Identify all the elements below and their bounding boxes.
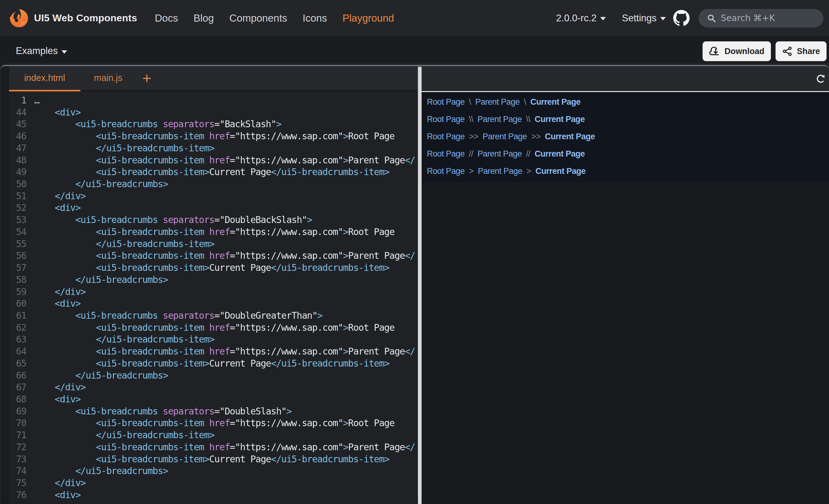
code-line-text: <ui5-breadcrumbs-item href="https://www.… bbox=[26, 154, 415, 166]
breadcrumb-link[interactable]: Parent Page bbox=[477, 149, 522, 159]
code-token bbox=[34, 418, 96, 428]
settings-label: Settings bbox=[622, 13, 656, 24]
code-line: 59 </div> bbox=[9, 286, 415, 298]
line-number: 73 bbox=[9, 453, 26, 465]
code-token bbox=[34, 394, 55, 404]
share-button[interactable]: Share bbox=[776, 41, 827, 61]
breadcrumb-link[interactable]: Root Page bbox=[427, 132, 465, 142]
download-icon bbox=[709, 46, 720, 56]
code-token: <ui5-breadcrumbs-item bbox=[96, 322, 204, 333]
refresh-icon[interactable] bbox=[816, 74, 825, 83]
code-line-text: </ui5-breadcrumbs> bbox=[26, 370, 168, 382]
code-token bbox=[34, 238, 96, 249]
tab-main-js[interactable]: main.js bbox=[80, 66, 136, 90]
main-content: index.html main.js + 1…44 <div>45 <ui5-b… bbox=[1, 66, 829, 504]
code-token: <ui5-breadcrumbs-item bbox=[96, 441, 204, 453]
code-token: separators bbox=[163, 214, 215, 225]
code-line: 44 <div> bbox=[9, 107, 415, 119]
code-line: 55 </ui5-breadcrumbs-item> bbox=[9, 238, 415, 250]
breadcrumbs: Root Page \ Parent Page \ Current Page bbox=[427, 96, 829, 108]
code-token bbox=[34, 262, 96, 273]
breadcrumb-link[interactable]: Parent Page bbox=[478, 166, 522, 176]
pane-splitter[interactable] bbox=[418, 67, 422, 504]
code-line: 50 </ui5-breadcrumbs> bbox=[9, 178, 415, 190]
breadcrumb-link[interactable]: Parent Page bbox=[482, 132, 527, 142]
nav-item-playground[interactable]: Playground bbox=[343, 12, 394, 24]
breadcrumb-link[interactable]: Root Page bbox=[427, 149, 465, 159]
code-token: ="DoubleSlash" bbox=[214, 406, 286, 417]
code-line-text: </ui5-breadcrumbs-item> bbox=[26, 429, 214, 441]
add-tab-button[interactable]: + bbox=[131, 66, 162, 90]
breadcrumb-link[interactable]: Root Page bbox=[427, 97, 465, 107]
code-token: </ui5-breadcrumbs-item> bbox=[96, 334, 214, 345]
code-token: </ui5-breadcrumbs-item> bbox=[405, 441, 415, 453]
breadcrumb-separator: // bbox=[522, 149, 534, 159]
code-line: 66 </ui5-breadcrumbs> bbox=[9, 370, 415, 382]
toolbar: Examples Download Share bbox=[0, 36, 829, 65]
breadcrumb-link[interactable]: Root Page bbox=[427, 166, 465, 176]
code-line: 74 </ui5-breadcrumbs> bbox=[9, 465, 415, 477]
code-token bbox=[34, 310, 75, 321]
code-token: <ui5-breadcrumbs-item bbox=[96, 358, 204, 369]
code-token: > bbox=[286, 406, 291, 417]
nav-item-blog[interactable]: Blog bbox=[193, 12, 214, 24]
breadcrumb-link[interactable]: Root Page bbox=[427, 115, 465, 124]
version-dropdown[interactable]: 2.0.0-rc.2 bbox=[556, 13, 606, 24]
breadcrumb-separator: >> bbox=[465, 132, 482, 142]
line-number: 49 bbox=[9, 166, 26, 178]
breadcrumb-link[interactable]: Parent Page bbox=[477, 115, 522, 124]
examples-dropdown[interactable]: Examples bbox=[16, 45, 67, 56]
code-line-text: <div> bbox=[26, 107, 80, 119]
code-token: </div> bbox=[55, 286, 85, 297]
preview-pane: Root Page \ Parent Page \ Current PageRo… bbox=[422, 66, 829, 504]
code-line-text: </ui5-breadcrumbs-item> bbox=[26, 142, 214, 154]
code-token bbox=[34, 358, 96, 369]
code-token: <ui5-breadcrumbs-item bbox=[96, 131, 204, 142]
share-icon bbox=[782, 46, 793, 56]
header-actions: 2.0.0-rc.2 Settings Search ⌘+K bbox=[556, 9, 829, 28]
code-line-text: </div> bbox=[26, 286, 85, 298]
code-line: 48 <ui5-breadcrumbs-item href="https://w… bbox=[9, 154, 415, 166]
line-number: 65 bbox=[9, 358, 26, 370]
breadcrumbs: Root Page // Parent Page // Current Page bbox=[427, 148, 829, 160]
code-token: ="https://www.sap.com" bbox=[230, 346, 343, 357]
code-token bbox=[158, 214, 163, 225]
code-token: href bbox=[209, 441, 230, 453]
search-icon bbox=[707, 13, 716, 23]
nav-item-docs[interactable]: Docs bbox=[155, 12, 178, 24]
github-icon[interactable] bbox=[673, 10, 690, 26]
breadcrumb-current: Current Page bbox=[535, 115, 585, 124]
breadcrumb-separator: \\ bbox=[465, 115, 477, 124]
toolbar-actions: Download Share bbox=[702, 41, 827, 61]
line-number: 55 bbox=[9, 238, 26, 250]
code-token bbox=[34, 250, 96, 261]
code-line-text: <ui5-breadcrumbs separators="DoubleGreat… bbox=[26, 310, 322, 322]
code-line-text: </ui5-breadcrumbs> bbox=[26, 178, 168, 190]
code-line: 71 </ui5-breadcrumbs-item> bbox=[9, 429, 415, 441]
code-token bbox=[34, 131, 96, 142]
brand-title[interactable]: UI5 Web Components bbox=[34, 12, 137, 24]
code-line: 47 </ui5-breadcrumbs-item> bbox=[9, 142, 415, 154]
ui5-logo-icon[interactable] bbox=[10, 9, 28, 27]
settings-dropdown[interactable]: Settings bbox=[622, 13, 666, 24]
code-token: > bbox=[343, 250, 348, 261]
code-token: Parent Page bbox=[348, 441, 405, 453]
line-number: 54 bbox=[9, 226, 26, 238]
nav-item-icons[interactable]: Icons bbox=[302, 12, 327, 24]
breadcrumb-link[interactable]: Parent Page bbox=[475, 97, 520, 107]
code-token bbox=[204, 346, 209, 357]
line-number: 1 bbox=[9, 94, 26, 107]
code-token bbox=[34, 406, 75, 417]
search-input[interactable]: Search ⌘+K bbox=[698, 9, 823, 28]
tab-index-html[interactable]: index.html bbox=[9, 66, 80, 90]
code-area[interactable]: 1…44 <div>45 <ui5-breadcrumbs separators… bbox=[9, 91, 415, 504]
code-token bbox=[34, 370, 75, 381]
code-token: </div> bbox=[55, 191, 85, 201]
nav-item-components[interactable]: Components bbox=[229, 12, 287, 24]
line-number: 50 bbox=[9, 178, 26, 190]
code-editor[interactable]: index.html main.js + 1…44 <div>45 <ui5-b… bbox=[9, 66, 418, 504]
download-button[interactable]: Download bbox=[702, 41, 771, 61]
code-line-text: </ui5-breadcrumbs> bbox=[26, 274, 168, 286]
code-token bbox=[34, 454, 96, 464]
code-line: 60 <div> bbox=[9, 298, 415, 310]
